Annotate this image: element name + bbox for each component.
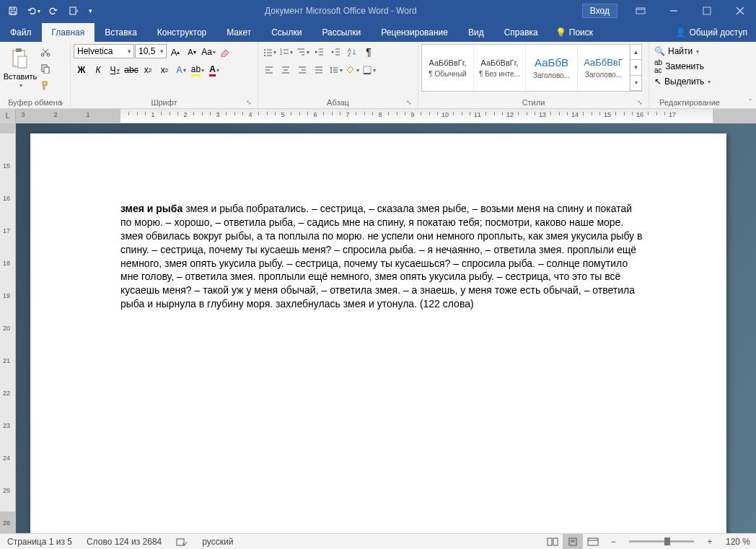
document-scroll[interactable]: змея и рыба змея и рыба побратались. – с… (16, 123, 756, 533)
style-heading2[interactable]: АаБбВвГЗаголово... (578, 45, 630, 91)
status-language[interactable]: русский (195, 537, 240, 547)
align-center-icon[interactable] (278, 62, 294, 78)
maximize-icon[interactable] (691, 0, 723, 22)
show-hide-marks-icon[interactable]: ¶ (361, 44, 377, 60)
tab-layout[interactable]: Макет (216, 23, 261, 42)
collapse-ribbon-icon[interactable]: ˆ (749, 98, 752, 107)
save-icon[interactable] (4, 2, 22, 19)
clipboard-launcher-icon[interactable]: ⤡ (57, 99, 66, 107)
align-left-icon[interactable] (261, 62, 277, 78)
clipboard-group-label: Буфер обмена (8, 98, 62, 107)
bold-title: змея и рыба (120, 203, 183, 214)
copy-icon[interactable] (38, 61, 53, 76)
view-web-icon[interactable] (583, 534, 603, 550)
change-case-icon[interactable]: Aa▾ (201, 44, 216, 60)
styles-more-icon[interactable]: ▾ (630, 76, 641, 91)
tab-file[interactable]: Файл (0, 23, 42, 42)
share-label: Общий доступ (689, 27, 747, 38)
paragraph-launcher-icon[interactable]: ⤡ (405, 99, 413, 107)
ribbon: Вставить ▾ Буфер обмена⤡ Helvetica 10,5 … (0, 42, 756, 109)
zoom-slider[interactable] (629, 540, 694, 543)
font-color-icon[interactable]: A▾ (206, 62, 222, 78)
qat-extra-icon[interactable] (65, 2, 82, 19)
tab-help[interactable]: Справка (494, 23, 548, 42)
status-page[interactable]: Страница 1 из 5 (0, 537, 79, 547)
font-group-label: Шрифт (151, 98, 177, 107)
document-body[interactable]: змея и рыба змея и рыба побратались. – с… (120, 202, 643, 311)
borders-icon[interactable]: ▾ (361, 62, 377, 78)
styles-down-icon[interactable]: ▼ (630, 60, 641, 75)
signin-button[interactable]: Вход (582, 4, 617, 18)
tab-home[interactable]: Главная (42, 23, 95, 42)
view-read-icon[interactable] (542, 534, 563, 550)
clear-formatting-icon[interactable] (217, 44, 233, 60)
close-icon[interactable] (724, 0, 756, 22)
replace-button[interactable]: abacЗаменить (652, 59, 706, 74)
tab-references[interactable]: Ссылки (261, 23, 312, 42)
align-right-icon[interactable] (294, 62, 310, 78)
highlight-icon[interactable]: ab▾ (190, 62, 206, 78)
group-styles: АаБбВвГг,¶ Обычный АаБбВвГг,¶ Без инте..… (418, 42, 649, 108)
font-name-combo[interactable]: Helvetica (74, 44, 134, 58)
quick-access-toolbar: ▾ ▾ (0, 2, 100, 19)
shrink-font-icon[interactable]: A▾ (184, 44, 200, 60)
svg-rect-51 (548, 538, 552, 545)
underline-button[interactable]: Ч▾ (107, 62, 123, 78)
shading-icon[interactable]: ▾ (344, 62, 360, 78)
sort-icon[interactable]: AZ (344, 44, 360, 60)
format-painter-icon[interactable] (38, 77, 53, 93)
tab-review[interactable]: Рецензирование (371, 23, 458, 42)
minimize-icon[interactable] (658, 0, 690, 22)
cut-icon[interactable] (38, 44, 53, 60)
text-effects-icon[interactable]: A▾ (173, 62, 189, 78)
zoom-in-button[interactable]: + (700, 534, 720, 550)
styles-up-icon[interactable]: ▲ (630, 45, 641, 60)
superscript-icon[interactable]: x2 (157, 62, 172, 78)
line-spacing-icon[interactable]: ▾ (328, 62, 343, 78)
redo-icon[interactable] (45, 2, 62, 19)
view-print-icon[interactable] (563, 534, 583, 550)
editing-group-label: Редактирование (659, 98, 720, 107)
style-heading1[interactable]: АаБбВЗаголово... (526, 45, 578, 91)
tab-view[interactable]: Вид (458, 23, 494, 42)
bold-button[interactable]: Ж (74, 62, 89, 78)
ruler-vertical[interactable]: 151617181920212223242526 (0, 123, 16, 533)
paste-button[interactable]: Вставить ▾ (3, 44, 38, 92)
style-normal[interactable]: АаБбВвГг,¶ Обычный (422, 45, 474, 91)
status-words[interactable]: Слово 124 из 2684 (79, 537, 169, 547)
strikethrough-button[interactable]: abc (123, 62, 139, 78)
style-no-spacing[interactable]: АаБбВвГг,¶ Без инте... (474, 45, 526, 91)
font-size-value: 10,5 (139, 46, 155, 56)
grow-font-icon[interactable]: A▴ (167, 44, 183, 60)
tab-insert[interactable]: Вставка (94, 23, 147, 42)
increase-indent-icon[interactable] (328, 44, 343, 60)
tell-me-search[interactable]: 💡Поиск (548, 23, 600, 42)
decrease-indent-icon[interactable] (311, 44, 327, 60)
status-proofing-icon[interactable] (169, 537, 195, 547)
ribbon-display-icon[interactable] (625, 0, 656, 22)
zoom-out-button[interactable]: − (603, 534, 623, 550)
italic-button[interactable]: К (90, 62, 106, 78)
tell-me-label: Поиск (569, 27, 593, 38)
tab-design[interactable]: Конструктор (147, 23, 216, 42)
bullets-icon[interactable]: ▾ (261, 44, 277, 60)
qat-customize-icon[interactable]: ▾ (85, 2, 95, 19)
find-button[interactable]: 🔍Найти▾ (652, 44, 701, 58)
styles-launcher-icon[interactable]: ⤡ (636, 99, 644, 107)
subscript-icon[interactable]: x2 (140, 62, 156, 78)
select-button[interactable]: ↖Выделить▾ (652, 74, 713, 89)
ruler-horizontal[interactable]: 1231234567891011121314151617 (16, 109, 756, 123)
justify-icon[interactable] (311, 62, 327, 78)
tab-mailings[interactable]: Рассылки (312, 23, 371, 42)
share-button[interactable]: 👤Общий доступ (667, 23, 756, 42)
undo-icon[interactable]: ▾ (25, 2, 42, 19)
styles-gallery-nav: ▲ ▼ ▾ (630, 45, 641, 91)
zoom-thumb[interactable] (664, 537, 670, 545)
svg-text:2: 2 (280, 51, 283, 56)
font-size-combo[interactable]: 10,5 (135, 44, 167, 58)
font-launcher-icon[interactable]: ⤡ (245, 99, 253, 107)
multilevel-list-icon[interactable]: ▾ (294, 44, 310, 60)
numbering-icon[interactable]: 12▾ (278, 44, 294, 60)
tab-selector[interactable]: L (0, 109, 16, 123)
zoom-value[interactable]: 120 % (720, 537, 756, 547)
